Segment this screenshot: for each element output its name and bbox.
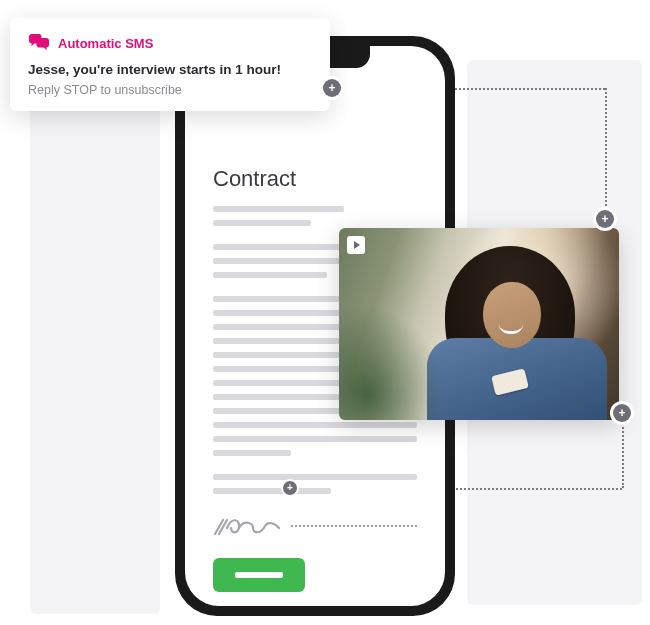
video-thumbnail-image [339, 228, 619, 420]
connector-node: + [613, 404, 631, 422]
play-icon[interactable] [347, 236, 365, 254]
text-placeholder [213, 422, 417, 428]
text-placeholder [213, 436, 417, 442]
signature-icon [213, 512, 283, 540]
sms-footer: Reply STOP to unsubscribe [28, 83, 312, 97]
chat-bubbles-icon [28, 34, 50, 52]
connector-node: + [323, 79, 341, 97]
sms-body: Jesse, you're interview starts in 1 hour… [28, 62, 312, 77]
text-placeholder [213, 272, 327, 278]
video-thumbnail-card[interactable] [339, 228, 619, 420]
connector-node: + [596, 210, 614, 228]
submit-button[interactable] [213, 558, 305, 592]
signature-line [291, 525, 417, 527]
connector-node: + [283, 481, 297, 495]
signature-row [213, 512, 417, 540]
text-placeholder [213, 206, 344, 212]
connector-right-down [605, 88, 607, 218]
sms-notification-card: Automatic SMS Jesse, you're interview st… [10, 18, 330, 111]
text-placeholder [213, 488, 331, 494]
text-placeholder [213, 474, 417, 480]
sms-title: Automatic SMS [58, 36, 153, 51]
background-panel-left [30, 94, 160, 614]
text-placeholder [213, 220, 311, 226]
contract-heading: Contract [213, 166, 417, 192]
connector-photo-to-bottom [622, 420, 624, 488]
button-label-placeholder [235, 572, 283, 578]
text-placeholder [213, 450, 291, 456]
sms-header: Automatic SMS [28, 34, 312, 52]
person-illustration [427, 246, 607, 420]
